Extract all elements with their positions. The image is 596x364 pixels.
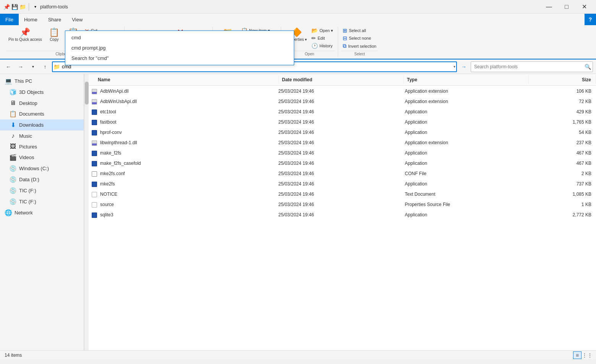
select-items: ⊞ Select all ⊟ Select none ⧉ Invert sele… <box>341 27 378 50</box>
file-size: 1,085 KB <box>528 190 596 198</box>
open-label: Open ▾ <box>319 28 333 33</box>
minimize-button[interactable]: — <box>540 0 558 14</box>
sidebar-item-desktop[interactable]: 🖥 Desktop <box>0 98 84 108</box>
network-icon: 🌐 <box>5 209 12 216</box>
invert-icon: ⧉ <box>343 43 347 49</box>
history-icon: 🕐 <box>311 43 318 49</box>
table-row[interactable]: etc1tool25/03/2024 19:46Application429 K… <box>89 106 596 117</box>
table-row[interactable]: NOTICE25/03/2024 19:46Text Document1,085… <box>89 189 596 199</box>
file-size: 1 KB <box>528 201 596 208</box>
sidebar-item-thispc[interactable]: 💻 This PC <box>0 76 84 87</box>
details-view-button[interactable]: ≡ <box>573 351 581 359</box>
title-bar-icons: 📌 💾 📁 ▾ <box>3 3 39 11</box>
sidebar-label-downloads: Downloads <box>19 122 79 128</box>
sidebar-label-music: Music <box>19 133 79 139</box>
sidebar-label-videos: Videos <box>19 155 79 160</box>
col-type[interactable]: Type <box>404 76 529 84</box>
table-row[interactable]: AdbWinUsbApi.dll25/03/2024 19:46Applicat… <box>89 96 596 106</box>
tab-share[interactable]: Share <box>43 14 67 25</box>
select-all-label: Select all <box>349 28 366 33</box>
table-row[interactable]: fastboot25/03/2024 19:46Application1,765… <box>89 117 596 127</box>
file-icon <box>92 88 97 94</box>
ticf2-icon: 💿 <box>9 198 17 205</box>
address-go-button[interactable]: → <box>458 61 469 72</box>
window-controls: — □ ✕ <box>540 0 593 14</box>
sidebar-item-ticf1[interactable]: 💿 TIC (F:) <box>0 185 84 196</box>
back-button[interactable]: ← <box>3 61 14 72</box>
file-name: AdbWinUsbApi.dll <box>89 97 275 106</box>
table-row[interactable]: make_f2fs25/03/2024 19:46Application467 … <box>89 148 596 158</box>
open-extras: 📂 Open ▾ ✏ Edit 🕐 History <box>310 27 335 50</box>
select-none-label: Select none <box>349 36 371 40</box>
search-icon[interactable]: 🔍 <box>585 64 591 70</box>
file-type: Application <box>402 180 528 188</box>
file-size: 2 KB <box>528 170 596 177</box>
table-row[interactable]: AdbWinApi.dll25/03/2024 19:46Application… <box>89 86 596 96</box>
col-size[interactable]: Size <box>529 76 596 84</box>
maximize-button[interactable]: □ <box>558 0 575 14</box>
address-dropdown-icon[interactable]: ▾ <box>453 64 455 69</box>
table-row[interactable]: libwinpthread-1.dll25/03/2024 19:46Appli… <box>89 137 596 148</box>
open-icon: 📂 <box>311 27 318 34</box>
file-name: source <box>89 200 275 209</box>
sidebar-item-datad[interactable]: 💿 Data (D:) <box>0 174 84 185</box>
sidebar-item-windowsc[interactable]: 💿 Windows (C:) <box>0 163 84 174</box>
file-name: mke2fs <box>89 179 275 188</box>
table-row[interactable]: make_f2fs_casefold25/03/2024 19:46Applic… <box>89 158 596 168</box>
sidebar-item-network[interactable]: 🌐 Network <box>0 207 84 218</box>
sidebar-item-documents[interactable]: 📋 Documents <box>0 108 84 119</box>
list-view-button[interactable]: ⋮⋮ <box>583 351 591 359</box>
sidebar-label-thispc: This PC <box>15 78 79 84</box>
sidebar-item-3dobjects[interactable]: 🧊 3D Objects <box>0 87 84 98</box>
file-type: Application extension <box>402 87 528 95</box>
file-date: 25/03/2024 19:46 <box>275 87 402 95</box>
file-icon <box>92 150 97 156</box>
forward-button[interactable]: → <box>15 61 26 72</box>
file-icon <box>92 170 97 177</box>
table-row[interactable]: sqlite325/03/2024 19:46Application2,772 … <box>89 209 596 220</box>
file-name: NOTICE <box>89 190 275 198</box>
select-all-icon: ⊞ <box>343 27 347 34</box>
help-button[interactable]: ? <box>585 14 596 25</box>
sidebar-item-pictures[interactable]: 🖼 Pictures <box>0 141 84 152</box>
sidebar-scrollbar[interactable] <box>84 74 89 350</box>
history-button[interactable]: 🕐 History <box>310 42 335 50</box>
col-name[interactable]: Name <box>89 76 279 84</box>
close-button[interactable]: ✕ <box>575 0 593 14</box>
file-name: make_f2fs_casefold <box>89 159 275 168</box>
invert-label: Invert selection <box>348 44 376 48</box>
search-input[interactable] <box>473 64 585 69</box>
pin-to-quick-access-button[interactable]: 📌 Pin to Quick access <box>6 27 44 43</box>
open-button[interactable]: 📂 Open ▾ <box>310 27 335 34</box>
copy-button[interactable]: 📋 Copy <box>45 27 63 43</box>
table-row[interactable]: mke2fs25/03/2024 19:46Application737 KB <box>89 179 596 189</box>
file-rows: AdbWinApi.dll25/03/2024 19:46Application… <box>89 86 596 350</box>
table-row[interactable]: hprof-conv25/03/2024 19:46Application54 … <box>89 127 596 137</box>
file-name: mke2fs.conf <box>89 169 275 178</box>
tab-file[interactable]: File <box>0 14 19 25</box>
sidebar-scrollbar-thumb[interactable] <box>85 82 89 105</box>
copy-label: Copy <box>50 37 58 42</box>
invert-selection-button[interactable]: ⧉ Invert selection <box>341 42 378 50</box>
tab-home[interactable]: Home <box>19 14 43 25</box>
sidebar-item-videos[interactable]: 🎬 Videos <box>0 152 84 163</box>
autocomplete-item-1[interactable]: cmd prompt.jpg <box>65 43 294 53</box>
recent-locations-button[interactable]: ▾ <box>28 61 38 72</box>
up-button[interactable]: ↑ <box>40 61 50 72</box>
tab-view[interactable]: View <box>66 14 88 25</box>
col-date[interactable]: Date modified <box>279 76 404 84</box>
select-all-button[interactable]: ⊞ Select all <box>341 27 378 34</box>
file-date: 25/03/2024 19:46 <box>275 211 402 219</box>
sidebar-item-ticf2[interactable]: 💿 TIC (F:) <box>0 196 84 207</box>
sidebar-item-music[interactable]: ♪ Music <box>0 130 84 141</box>
title-down-icon[interactable]: ▾ <box>32 3 39 10</box>
select-none-button[interactable]: ⊟ Select none <box>341 34 378 42</box>
file-type: CONF File <box>402 170 528 177</box>
autocomplete-item-2[interactable]: Search for "cmd" <box>65 53 294 63</box>
table-row[interactable]: mke2fs.conf25/03/2024 19:46CONF File2 KB <box>89 168 596 179</box>
sidebar-item-downloads[interactable]: ⬇ Downloads <box>0 119 84 130</box>
autocomplete-item-0[interactable]: cmd <box>65 32 294 43</box>
edit-button[interactable]: ✏ Edit <box>310 34 335 42</box>
table-row[interactable]: source25/03/2024 19:46Properties Source … <box>89 199 596 209</box>
file-date: 25/03/2024 19:46 <box>275 139 402 147</box>
